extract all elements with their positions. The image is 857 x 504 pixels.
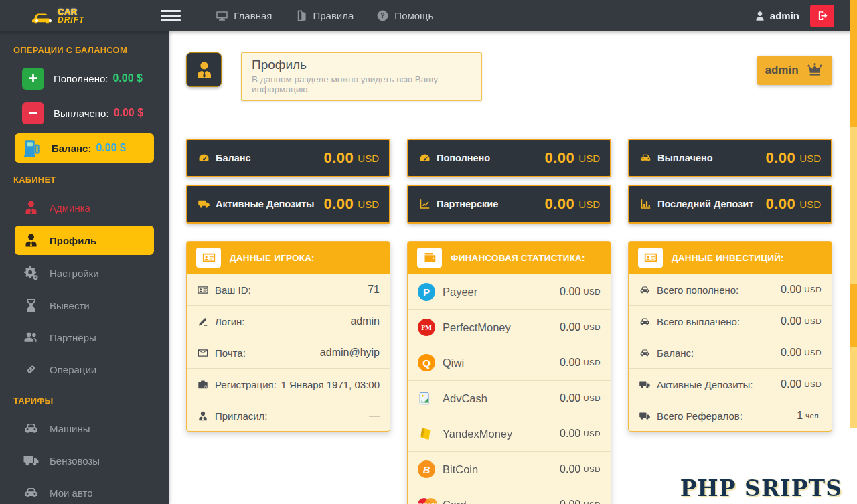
car-icon — [639, 152, 652, 164]
nav-item-rules[interactable]: Правила — [295, 9, 354, 22]
sidebar-toggle-hamburger-icon[interactable] — [161, 7, 181, 24]
user-icon — [755, 11, 765, 21]
current-user[interactable]: admin — [755, 10, 799, 21]
deposited-value: 0.00 $ — [112, 72, 142, 84]
main-content: Профиль В данном разделе можно увидеть в… — [169, 31, 850, 504]
truck-icon — [198, 198, 210, 210]
sidebar-item-cars[interactable]: Машины — [15, 414, 154, 442]
player-row-registration: Регистрация: 1 Января 1971, 03:00 — [187, 368, 390, 400]
page-subtitle: В данном разделе можно увидеть всю Вашу … — [252, 74, 471, 94]
logout-button[interactable] — [810, 5, 834, 27]
minus-square-icon: − — [22, 102, 44, 124]
logo-line2: DRIFT — [58, 16, 84, 24]
invest-row-total-referrals: Всего Рефералов: 1чел. — [629, 400, 832, 431]
id-card-icon — [638, 248, 663, 268]
page-scrollbar[interactable] — [850, 0, 857, 504]
player-row-inviter: Пригласил: — — [187, 400, 390, 431]
envelope-icon — [197, 347, 209, 359]
invest-row-total-withdrawn: Всего выплачено: 0.00USD — [629, 305, 832, 337]
balance-value: 0.00 $ — [96, 142, 125, 154]
sidebar-section-balance-operations: ОПЕРАЦИИ С БАЛАНСОМ — [13, 45, 155, 55]
player-row-email: Почта: admin@hyip — [187, 337, 390, 368]
admin-badge[interactable]: admin — [757, 56, 832, 85]
invest-row-total-deposited: Всего пополнено: 0.00USD — [629, 274, 832, 305]
stat-balance: Баланс 0.00USD — [186, 139, 390, 177]
car-icon — [22, 420, 40, 436]
nav-item-home[interactable]: Главная — [216, 9, 272, 22]
user-icon — [22, 232, 40, 248]
car-logo-icon — [32, 7, 55, 25]
pay-row-qiwi: Q Qiwi 0.00USD — [408, 345, 611, 380]
hourglass-icon — [22, 297, 40, 313]
sidebar-item-partners[interactable]: Партнёры — [15, 323, 154, 351]
sidebar-item-withdrawn[interactable]: − Выплачено: 0.00 $ — [15, 98, 154, 128]
card-title: ФИНАНСОВАЯ СТАТИСТИКА: — [451, 253, 585, 263]
php-scripts-watermark: PHP SRIPTS — [680, 475, 842, 501]
withdrawn-value: 0.00 $ — [114, 107, 143, 119]
truck-icon — [22, 452, 40, 469]
pay-row-payeer: P Payeer 0.00USD — [408, 274, 611, 309]
sidebar-item-balance[interactable]: Баланс: 0.00 $ — [15, 133, 154, 163]
sidebar: ОПЕРАЦИИ С БАЛАНСОМ + Пополнено: 0.00 $ … — [0, 31, 169, 504]
pay-row-card: MasterCard Card 0.00USD — [408, 487, 611, 504]
stats-grid: Баланс 0.00USD Пополнено 0.00USD Выплаче… — [186, 139, 832, 224]
stat-deposited: Пополнено 0.00USD — [407, 139, 611, 177]
pay-row-advcash: AdvCash 0.00USD — [408, 380, 611, 416]
perfectmoney-icon: PM — [418, 319, 435, 336]
fuel-pump-icon — [22, 138, 42, 158]
card-title: ДАННЫЕ ИНВЕСТИЦИЙ: — [672, 253, 784, 263]
pen-icon — [197, 316, 209, 327]
nav-label: Помощь — [394, 10, 433, 21]
stat-last-deposit: Последний Депозит 0.00USD — [628, 185, 832, 224]
player-row-login: Логин: admin — [187, 305, 390, 337]
stat-withdrawn: Выплачено 0.00USD — [628, 139, 832, 177]
chart-bar-icon — [639, 198, 652, 210]
car-icon — [639, 284, 651, 296]
tachometer-icon — [418, 152, 431, 164]
page-title: Профиль — [252, 58, 471, 72]
nav-item-help[interactable]: Помощь — [376, 9, 433, 22]
bitcoin-icon: B — [418, 460, 435, 478]
payeer-icon: P — [418, 283, 435, 301]
briefcase-clock-icon — [197, 379, 209, 390]
yandexmoney-icon — [418, 425, 434, 442]
user-icon — [22, 199, 40, 216]
investment-data-card: ДАННЫЕ ИНВЕСТИЦИЙ: Всего пополнено: 0.00… — [628, 241, 832, 432]
pay-row-yandexmoney: YandexMoney 0.00USD — [408, 416, 611, 451]
invest-row-balance: Баланс: 0.00USD — [629, 337, 832, 368]
sidebar-item-withdraw[interactable]: Вывести — [15, 291, 154, 319]
car-icon — [22, 485, 40, 501]
id-card-icon — [196, 248, 221, 268]
stat-active-deposits: Активные Депозиты 0.00USD — [186, 185, 390, 224]
wallet-icon — [417, 248, 442, 268]
scrollbar-thumb[interactable] — [850, 0, 857, 127]
finance-stats-card: ФИНАНСОВАЯ СТАТИСТИКА: P Payeer 0.00USD … — [407, 241, 611, 504]
qiwi-icon: Q — [418, 354, 435, 371]
nav-label: Правила — [313, 10, 354, 21]
main-nav: Главная Правила Помощь — [216, 9, 433, 22]
page-header: Профиль В данном разделе можно увидеть в… — [241, 52, 482, 101]
id-card-icon — [197, 284, 209, 296]
sidebar-item-deposited[interactable]: + Пополнено: 0.00 $ — [15, 64, 154, 93]
copy-icon — [295, 9, 307, 22]
sidebar-section-tariffs: ТАРИФЫ — [13, 396, 155, 406]
sidebar-item-profile[interactable]: Профиль — [15, 226, 154, 255]
player-data-card: ДАННЫЕ ИГРОКА: Ваш ID: 71 Логин: admin П… — [186, 241, 390, 432]
sidebar-item-fuel-trucks[interactable]: Бензовозы — [15, 446, 154, 475]
pay-row-perfectmoney: PM PerfectMoney 0.00USD — [408, 309, 611, 345]
sidebar-item-admin-panel[interactable]: Админка — [15, 193, 154, 222]
pay-row-bitcoin: B BitCoin 0.00USD — [408, 451, 611, 487]
tachometer-icon — [198, 152, 210, 164]
truck-icon — [639, 410, 651, 422]
sign-out-icon — [817, 10, 828, 21]
sidebar-item-operations[interactable]: Операции — [15, 355, 154, 384]
username-label: admin — [770, 10, 799, 21]
sidebar-item-my-cars[interactable]: Мои авто — [15, 479, 154, 504]
app-logo[interactable]: CAR DRIFT — [32, 7, 84, 25]
admin-badge-label: admin — [765, 64, 798, 77]
user-icon — [194, 60, 214, 80]
plus-square-icon: + — [22, 68, 44, 90]
sidebar-item-settings[interactable]: Настройки — [15, 259, 154, 287]
chart-line-icon — [418, 198, 431, 210]
link-icon — [22, 361, 40, 377]
